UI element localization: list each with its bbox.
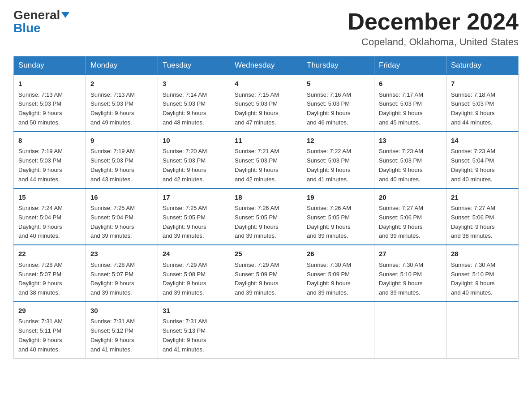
location-title: Copeland, Oklahoma, United States	[348, 36, 519, 48]
header-wednesday: Wednesday	[230, 56, 302, 75]
calendar-day-cell: 27 Sunrise: 7:30 AMSunset: 5:10 PMDaylig…	[374, 245, 446, 302]
day-number: 8	[18, 136, 81, 146]
day-info: Sunrise: 7:15 AMSunset: 5:03 PMDaylight:…	[235, 90, 297, 128]
calendar-day-cell: 30 Sunrise: 7:31 AMSunset: 5:12 PMDaylig…	[86, 302, 158, 358]
calendar-day-cell: 9 Sunrise: 7:19 AMSunset: 5:03 PMDayligh…	[86, 132, 158, 188]
day-info: Sunrise: 7:22 AMSunset: 5:03 PMDaylight:…	[307, 147, 369, 184]
day-info: Sunrise: 7:18 AMSunset: 5:03 PMDaylight:…	[451, 90, 514, 128]
day-number: 18	[235, 193, 297, 203]
day-number: 27	[379, 249, 442, 259]
day-number: 15	[18, 193, 81, 203]
logo: General Blue	[13, 9, 69, 35]
day-number: 19	[307, 193, 369, 203]
day-info: Sunrise: 7:30 AMSunset: 5:10 PMDaylight:…	[451, 261, 514, 298]
day-info: Sunrise: 7:24 AMSunset: 5:04 PMDaylight:…	[18, 204, 81, 241]
day-number: 21	[451, 193, 514, 203]
calendar-day-cell	[302, 302, 374, 358]
day-number: 4	[235, 79, 297, 89]
day-info: Sunrise: 7:23 AMSunset: 5:03 PMDaylight:…	[379, 147, 442, 184]
calendar-day-cell	[446, 302, 519, 358]
calendar-day-cell	[374, 302, 446, 358]
day-number: 24	[163, 249, 225, 259]
calendar-day-cell: 3 Sunrise: 7:14 AMSunset: 5:03 PMDayligh…	[158, 75, 230, 132]
day-number: 26	[307, 249, 369, 259]
day-number: 30	[90, 306, 153, 316]
calendar-day-cell: 15 Sunrise: 7:24 AMSunset: 5:04 PMDaylig…	[14, 188, 86, 245]
day-info: Sunrise: 7:20 AMSunset: 5:03 PMDaylight:…	[163, 147, 225, 184]
calendar-day-cell: 12 Sunrise: 7:22 AMSunset: 5:03 PMDaylig…	[302, 132, 374, 188]
logo-text-line1: General	[13, 9, 69, 21]
day-number: 1	[18, 79, 81, 89]
day-number: 13	[379, 136, 442, 146]
day-number: 28	[451, 249, 514, 259]
day-number: 29	[18, 306, 81, 316]
calendar-day-cell: 20 Sunrise: 7:27 AMSunset: 5:06 PMDaylig…	[374, 188, 446, 245]
day-info: Sunrise: 7:31 AMSunset: 5:11 PMDaylight:…	[18, 317, 81, 354]
calendar-day-cell: 11 Sunrise: 7:21 AMSunset: 5:03 PMDaylig…	[230, 132, 302, 188]
calendar-day-cell: 10 Sunrise: 7:20 AMSunset: 5:03 PMDaylig…	[158, 132, 230, 188]
header-thursday: Thursday	[302, 56, 374, 75]
day-number: 6	[379, 79, 442, 89]
calendar-day-cell: 21 Sunrise: 7:27 AMSunset: 5:06 PMDaylig…	[446, 188, 519, 245]
calendar-day-cell	[230, 302, 302, 358]
day-number: 17	[163, 193, 225, 203]
calendar-day-cell: 28 Sunrise: 7:30 AMSunset: 5:10 PMDaylig…	[446, 245, 519, 302]
day-info: Sunrise: 7:29 AMSunset: 5:08 PMDaylight:…	[163, 261, 225, 298]
day-info: Sunrise: 7:13 AMSunset: 5:03 PMDaylight:…	[18, 90, 81, 128]
day-info: Sunrise: 7:31 AMSunset: 5:12 PMDaylight:…	[90, 317, 153, 354]
calendar-week-row: 8 Sunrise: 7:19 AMSunset: 5:03 PMDayligh…	[14, 132, 519, 188]
header-monday: Monday	[86, 56, 158, 75]
day-info: Sunrise: 7:31 AMSunset: 5:13 PMDaylight:…	[163, 317, 225, 354]
calendar-week-row: 15 Sunrise: 7:24 AMSunset: 5:04 PMDaylig…	[14, 188, 519, 245]
calendar-day-cell: 2 Sunrise: 7:13 AMSunset: 5:03 PMDayligh…	[86, 75, 158, 132]
page-header: General Blue December 2024 Copeland, Okl…	[13, 9, 519, 48]
day-number: 11	[235, 136, 297, 146]
day-info: Sunrise: 7:25 AMSunset: 5:04 PMDaylight:…	[90, 204, 153, 241]
calendar-day-cell: 14 Sunrise: 7:23 AMSunset: 5:04 PMDaylig…	[446, 132, 519, 188]
calendar-day-cell: 19 Sunrise: 7:26 AMSunset: 5:05 PMDaylig…	[302, 188, 374, 245]
day-info: Sunrise: 7:25 AMSunset: 5:05 PMDaylight:…	[163, 204, 225, 241]
day-info: Sunrise: 7:28 AMSunset: 5:07 PMDaylight:…	[18, 261, 81, 298]
day-number: 23	[90, 249, 153, 259]
calendar-day-cell: 31 Sunrise: 7:31 AMSunset: 5:13 PMDaylig…	[158, 302, 230, 358]
day-info: Sunrise: 7:17 AMSunset: 5:03 PMDaylight:…	[379, 90, 442, 128]
calendar-day-cell: 4 Sunrise: 7:15 AMSunset: 5:03 PMDayligh…	[230, 75, 302, 132]
day-info: Sunrise: 7:14 AMSunset: 5:03 PMDaylight:…	[163, 90, 225, 128]
day-number: 16	[90, 193, 153, 203]
weekday-header-row: Sunday Monday Tuesday Wednesday Thursday…	[14, 56, 519, 75]
day-info: Sunrise: 7:13 AMSunset: 5:03 PMDaylight:…	[90, 90, 153, 128]
calendar-day-cell: 1 Sunrise: 7:13 AMSunset: 5:03 PMDayligh…	[14, 75, 86, 132]
day-number: 5	[307, 79, 369, 89]
day-number: 12	[307, 136, 369, 146]
calendar-day-cell: 8 Sunrise: 7:19 AMSunset: 5:03 PMDayligh…	[14, 132, 86, 188]
day-info: Sunrise: 7:19 AMSunset: 5:03 PMDaylight:…	[18, 147, 81, 184]
day-info: Sunrise: 7:27 AMSunset: 5:06 PMDaylight:…	[379, 204, 442, 241]
day-info: Sunrise: 7:26 AMSunset: 5:05 PMDaylight:…	[307, 204, 369, 241]
day-info: Sunrise: 7:28 AMSunset: 5:07 PMDaylight:…	[90, 261, 153, 298]
day-number: 22	[18, 249, 81, 259]
day-number: 10	[163, 136, 225, 146]
day-info: Sunrise: 7:21 AMSunset: 5:03 PMDaylight:…	[235, 147, 297, 184]
calendar-day-cell: 6 Sunrise: 7:17 AMSunset: 5:03 PMDayligh…	[374, 75, 446, 132]
header-sunday: Sunday	[14, 56, 86, 75]
calendar-day-cell: 23 Sunrise: 7:28 AMSunset: 5:07 PMDaylig…	[86, 245, 158, 302]
day-info: Sunrise: 7:29 AMSunset: 5:09 PMDaylight:…	[235, 261, 297, 298]
calendar-week-row: 1 Sunrise: 7:13 AMSunset: 5:03 PMDayligh…	[14, 75, 519, 132]
calendar-day-cell: 22 Sunrise: 7:28 AMSunset: 5:07 PMDaylig…	[14, 245, 86, 302]
calendar-day-cell: 29 Sunrise: 7:31 AMSunset: 5:11 PMDaylig…	[14, 302, 86, 358]
day-info: Sunrise: 7:23 AMSunset: 5:04 PMDaylight:…	[451, 147, 514, 184]
calendar-day-cell: 7 Sunrise: 7:18 AMSunset: 5:03 PMDayligh…	[446, 75, 519, 132]
day-number: 14	[451, 136, 514, 146]
calendar-day-cell: 25 Sunrise: 7:29 AMSunset: 5:09 PMDaylig…	[230, 245, 302, 302]
day-info: Sunrise: 7:30 AMSunset: 5:09 PMDaylight:…	[307, 261, 369, 298]
day-number: 25	[235, 249, 297, 259]
calendar-week-row: 22 Sunrise: 7:28 AMSunset: 5:07 PMDaylig…	[14, 245, 519, 302]
logo-text-line2: Blue	[13, 21, 41, 35]
calendar-day-cell: 26 Sunrise: 7:30 AMSunset: 5:09 PMDaylig…	[302, 245, 374, 302]
calendar-day-cell: 18 Sunrise: 7:26 AMSunset: 5:05 PMDaylig…	[230, 188, 302, 245]
calendar-day-cell: 17 Sunrise: 7:25 AMSunset: 5:05 PMDaylig…	[158, 188, 230, 245]
day-info: Sunrise: 7:16 AMSunset: 5:03 PMDaylight:…	[307, 90, 369, 128]
title-area: December 2024 Copeland, Oklahoma, United…	[348, 9, 519, 48]
day-number: 7	[451, 79, 514, 89]
month-title: December 2024	[348, 9, 519, 34]
